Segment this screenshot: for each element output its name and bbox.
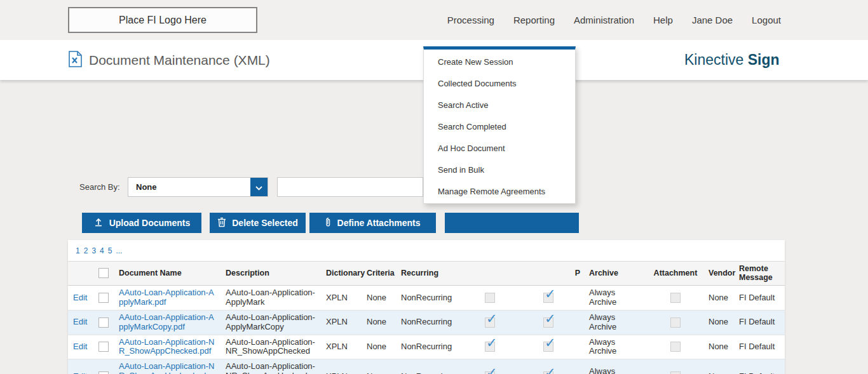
select-dropdown-button[interactable] (250, 178, 268, 196)
page-link-4[interactable]: 4 (100, 246, 104, 255)
recurring-cell: NonRecurring (396, 285, 467, 310)
menu-item-create-new-session[interactable]: Create New Session (424, 51, 575, 72)
occluded-toolbar-button[interactable] (445, 213, 579, 233)
page-title: Document Maintenance (XML) (89, 53, 270, 68)
checkbox-col-1[interactable]: ✓ (485, 342, 495, 352)
delete-selected-button[interactable]: Delete Selected (210, 213, 306, 233)
edit-link[interactable]: Edit (73, 342, 87, 351)
delete-selected-label: Delete Selected (232, 218, 298, 228)
documents-table-card: 12345... Document NameDescriptionDiction… (68, 240, 785, 374)
menu-item-ad-hoc-document[interactable]: Ad Hoc Document (424, 137, 575, 159)
col-header-7 (467, 262, 513, 286)
table-row: EditAAuto-Loan-Application-NR_ShowAppChe… (68, 335, 785, 359)
vendor-cell: None (703, 285, 734, 310)
edit-link[interactable]: Edit (73, 371, 87, 374)
edit-link[interactable]: Edit (73, 317, 87, 326)
define-attachments-label: Define Attachments (337, 218, 421, 228)
dictionary-cell: XPLN (321, 285, 362, 310)
edit-link[interactable]: Edit (73, 293, 87, 302)
top-bar: Place FI Logo Here ProcessingReportingAd… (0, 0, 868, 40)
fi-logo-text: Place FI Logo Here (119, 15, 207, 26)
check-mark-icon: ✓ (545, 335, 556, 350)
nav-item-administration[interactable]: Administration (574, 15, 634, 25)
archive-cell: Always Archive (584, 310, 648, 335)
check-mark-icon: ✓ (545, 286, 556, 301)
attachment-checkbox[interactable] (670, 293, 681, 303)
upload-documents-label: Upload Documents (109, 218, 191, 228)
archive-cell: Always Archive (584, 359, 648, 374)
checkbox-col-1[interactable]: ✓ (485, 317, 495, 328)
document-link[interactable]: AAuto-Loan-Application-NR_ShowAppChecked… (119, 337, 214, 356)
document-link[interactable]: AAuto-Loan-Application-ApplyMarkCopy.pdf (119, 312, 214, 331)
check-mark-icon: ✓ (486, 311, 498, 326)
document-link[interactable]: AAuto-Loan-Application-ApplyMark.pdf (119, 288, 214, 307)
checkbox-col-2[interactable]: ✓ (543, 293, 553, 303)
criteria-cell: None (362, 335, 396, 359)
col-header-3: Description (220, 262, 321, 286)
nav-item-jane-doe[interactable]: Jane Doe (692, 15, 733, 25)
vendor-cell: None (703, 310, 734, 335)
col-header-5: Criteria (362, 262, 396, 286)
description-cell: AAuto-Loan-Application-NR_ShowAppChecked (220, 335, 321, 359)
attachment-checkbox[interactable] (670, 342, 681, 352)
upload-icon (93, 217, 104, 229)
row-checkbox[interactable] (98, 293, 109, 303)
select-all-checkbox[interactable] (98, 268, 109, 278)
nav-item-processing[interactable]: Processing (447, 15, 494, 25)
processing-dropdown-menu: Create New SessionCollected DocumentsSea… (423, 46, 576, 204)
table-row: EditAAuto-Loan-Application-ApplyMarkCopy… (68, 310, 785, 335)
search-by-select[interactable]: None (128, 177, 268, 197)
check-mark-icon: ✓ (486, 365, 498, 374)
search-input[interactable] (277, 177, 423, 197)
col-header-8: P (513, 262, 584, 286)
description-cell: AAuto-Loan-Application-ApplyMarkCopy (220, 310, 321, 335)
menu-item-manage-remote-agreements[interactable]: Manage Remote Agreements (424, 180, 575, 202)
upload-documents-button[interactable]: Upload Documents (82, 213, 201, 233)
recurring-cell: NonRecurring (396, 359, 467, 374)
paperclip-icon (325, 217, 332, 229)
col-header-1 (93, 262, 114, 286)
brand-product: Sign (748, 51, 780, 69)
check-mark-icon: ✓ (486, 335, 498, 350)
menu-item-search-active[interactable]: Search Active (424, 94, 575, 116)
brand-logo: Kinective Sign (684, 40, 780, 80)
check-mark-icon: ✓ (545, 311, 556, 326)
remote-message-cell: FI Default (734, 285, 785, 310)
attachment-checkbox[interactable] (670, 317, 681, 328)
page-link-1[interactable]: 1 (76, 246, 80, 255)
attachment-checkbox[interactable] (670, 371, 681, 374)
recurring-cell: NonRecurring (396, 335, 467, 359)
archive-cell: Always Archive (584, 285, 648, 310)
nav-item-reporting[interactable]: Reporting (513, 15, 555, 25)
table-row: EditAAuto-Loan-Application-ApplyMark.pdf… (68, 285, 785, 310)
dictionary-cell: XPLN (321, 359, 362, 374)
nav-item-help[interactable]: Help (653, 15, 673, 25)
page-link-5[interactable]: 5 (108, 246, 112, 255)
page-link-3[interactable]: 3 (92, 246, 96, 255)
col-header-10: Attachment (648, 262, 703, 286)
vendor-cell: None (703, 335, 734, 359)
checkbox-col-1[interactable] (485, 293, 495, 303)
row-checkbox[interactable] (98, 317, 109, 328)
page-link-2[interactable]: 2 (84, 246, 88, 255)
checkbox-col-2[interactable]: ✓ (543, 317, 553, 328)
page-link-...[interactable]: ... (116, 246, 122, 255)
col-header-4: Dictionary (321, 262, 362, 286)
col-header-11: Vendor (703, 262, 734, 286)
define-attachments-button[interactable]: Define Attachments (309, 213, 436, 233)
nav-item-logout[interactable]: Logout (752, 15, 781, 25)
dictionary-cell: XPLN (321, 335, 362, 359)
col-header-2: Document Name (114, 262, 220, 286)
checkbox-col-2[interactable]: ✓ (543, 342, 553, 352)
dictionary-cell: XPLN (321, 310, 362, 335)
row-checkbox[interactable] (98, 342, 109, 352)
checkbox-col-1[interactable]: ✓ (485, 371, 495, 374)
main-nav: ProcessingReportingAdministrationHelpJan… (447, 0, 868, 40)
menu-item-send-in-bulk[interactable]: Send in Bulk (424, 159, 575, 180)
menu-item-search-completed[interactable]: Search Completed (424, 116, 575, 137)
menu-item-collected-documents[interactable]: Collected Documents (424, 72, 575, 94)
row-checkbox[interactable] (98, 371, 109, 374)
col-header-9: Archive (584, 262, 648, 286)
document-link[interactable]: AAuto-Loan-Application-NR_ShowAppUncheck… (119, 361, 214, 374)
checkbox-col-2[interactable]: ✓ (543, 371, 553, 374)
